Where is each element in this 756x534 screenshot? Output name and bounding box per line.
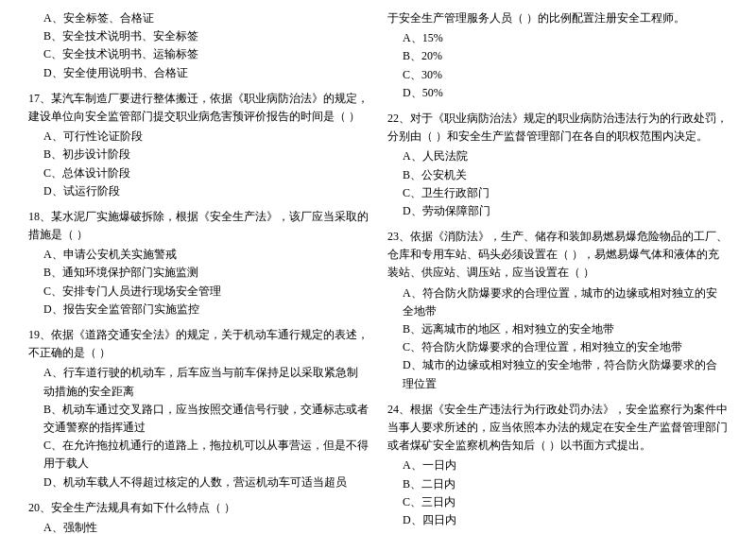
question-block: 18、某水泥厂实施爆破拆除，根据《安全生产法》，该厂应当采取的措施是（ ）A、申… (28, 208, 369, 319)
option-item: C、安排专门人员进行现场安全管理 (28, 283, 369, 301)
option-item: C、30% (387, 66, 728, 84)
option-item: D、试运行阶段 (28, 182, 369, 200)
option-item: B、20% (387, 47, 728, 65)
option-item: C、安全技术说明书、运输标签 (28, 45, 369, 63)
right-column: 于安全生产管理服务人员（ ）的比例配置注册安全工程师。A、15%B、20%C、3… (387, 9, 728, 534)
option-item: A、安全标签、合格证 (28, 9, 369, 27)
option-item: C、在允许拖拉机通行的道路上，拖拉机可以从事营运，但是不得用于载人 (28, 437, 369, 473)
question-title: 24、根据《安全生产违法行为行政处罚办法》，安全监察行为案件中当事人要求所述的，… (387, 401, 728, 456)
option-item: A、一日内 (387, 456, 728, 474)
option-item: B、二日内 (387, 475, 728, 493)
option-item: D、报告安全监管部门实施监控 (28, 301, 369, 319)
question-block: A、安全标签、合格证B、安全技术说明书、安全标签C、安全技术说明书、运输标签D、… (28, 9, 369, 82)
question-block: 22、对于《职业病防治法》规定的职业病防治违法行为的行政处罚，分别由（ ）和安全… (387, 110, 728, 220)
question-title: 17、某汽车制造厂要进行整体搬迁，依据《职业病防治法》的规定，建设单位向安全监管… (28, 90, 369, 126)
question-title: 于安全生产管理服务人员（ ）的比例配置注册安全工程师。 (387, 9, 728, 27)
option-item: B、初步设计阶段 (28, 146, 369, 164)
option-item: B、公安机关 (387, 166, 728, 184)
option-item: A、15% (387, 29, 728, 47)
option-item: D、劳动保障部门 (387, 202, 728, 220)
option-item: A、符合防火防爆要求的合理位置，城市的边缘或相对独立的安全地带 (387, 284, 728, 320)
question-title: 18、某水泥厂实施爆破拆除，根据《安全生产法》，该厂应当采取的措施是（ ） (28, 208, 369, 244)
question-title: 20、安全生产法规具有如下什么特点（ ） (28, 499, 369, 517)
question-block: 17、某汽车制造厂要进行整体搬迁，依据《职业病防治法》的规定，建设单位向安全监管… (28, 90, 369, 200)
option-item: B、安全技术说明书、安全标签 (28, 27, 369, 45)
option-item: C、符合防火防爆要求的合理位置，相对独立的安全地带 (387, 338, 728, 356)
question-block: 于安全生产管理服务人员（ ）的比例配置注册安全工程师。A、15%B、20%C、3… (387, 9, 728, 102)
option-item: C、三日内 (387, 493, 728, 511)
option-item: B、机动车通过交叉路口，应当按照交通信号行驶，交通标志或者交通警察的指挥通过 (28, 401, 369, 437)
option-item: A、申请公安机关实施警戒 (28, 246, 369, 264)
option-item: D、安全使用说明书、合格证 (28, 64, 369, 82)
two-column-layout: A、安全标签、合格证B、安全技术说明书、安全标签C、安全技术说明书、运输标签D、… (28, 9, 728, 534)
option-item: D、城市的边缘或相对独立的安全地带，符合防火防爆要求的合理位置 (387, 356, 728, 392)
option-item: B、远离城市的地区，相对独立的安全地带 (387, 320, 728, 338)
option-item: D、机动车载人不得超过核定的人数，营运机动车可适当超员 (28, 474, 369, 491)
question-block: 19、依据《道路交通安全法》的规定，关于机动车通行规定的表述，不正确的是（ ）A… (28, 326, 369, 491)
question-block: 20、安全生产法规具有如下什么特点（ ）A、强制性B、建设性C、随意性D、指导性 (28, 499, 369, 534)
option-item: C、总体设计阶段 (28, 164, 369, 182)
option-item: A、人民法院 (387, 147, 728, 165)
question-title: 19、依据《道路交通安全法》的规定，关于机动车通行规定的表述，不正确的是（ ） (28, 326, 369, 362)
option-item: A、可行性论证阶段 (28, 128, 369, 146)
option-item: D、四日内 (387, 511, 728, 529)
left-column: A、安全标签、合格证B、安全技术说明书、安全标签C、安全技术说明书、运输标签D、… (28, 9, 369, 534)
option-item: B、通知环境保护部门实施监测 (28, 264, 369, 282)
option-item: C、卫生行政部门 (387, 184, 728, 202)
option-item: A、行车道行驶的机动车，后车应当与前车保持足以采取紧急制动措施的安全距离 (28, 364, 369, 400)
option-item: D、50% (387, 84, 728, 102)
exam-page: A、安全标签、合格证B、安全技术说明书、安全标签C、安全技术说明书、运输标签D、… (28, 9, 728, 534)
question-title: 23、依据《消防法》，生产、储存和装卸易燃易爆危险物品的工厂、仓库和专用车站、码… (387, 228, 728, 283)
question-block: 23、依据《消防法》，生产、储存和装卸易燃易爆危险物品的工厂、仓库和专用车站、码… (387, 228, 728, 393)
question-title: 22、对于《职业病防治法》规定的职业病防治违法行为的行政处罚，分别由（ ）和安全… (387, 110, 728, 146)
question-block: 24、根据《安全生产违法行为行政处罚办法》，安全监察行为案件中当事人要求所述的，… (387, 401, 728, 529)
option-item: A、强制性 (28, 519, 369, 534)
